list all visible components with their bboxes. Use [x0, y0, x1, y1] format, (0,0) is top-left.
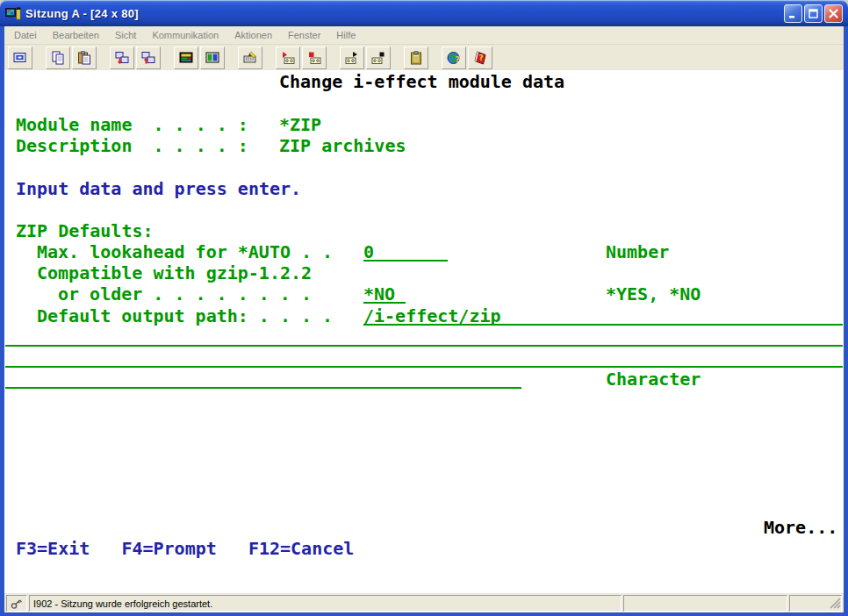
copy-button[interactable]: [46, 47, 70, 69]
paste-icon: [77, 51, 91, 65]
maximize-button[interactable]: [804, 4, 823, 23]
status-panel-corner: [789, 595, 842, 612]
input-field-output-path-cont-3[interactable]: [5, 369, 521, 389]
window-frame: Datei Bearbeiten Sicht Kommunikation Akt…: [0, 26, 848, 616]
status-message-panel: I902 - Sitzung wurde erfolgreich gestart…: [29, 595, 622, 612]
value-description: ZIP archives: [279, 135, 406, 156]
record-macro-button[interactable]: [276, 47, 300, 69]
input-field-or-older[interactable]: *NO: [363, 283, 406, 304]
screen-title: Change i-effect module data: [279, 71, 564, 92]
copy-icon: [51, 51, 65, 65]
hint-number: Number: [606, 241, 669, 262]
display-session-icon: [13, 51, 27, 65]
menu-hilfe[interactable]: Hilfe: [328, 27, 363, 43]
play-macro-button[interactable]: [340, 47, 364, 69]
title-bar: Sitzung A - [24 x 80]: [0, 0, 848, 26]
key-icon: [11, 598, 23, 610]
display-setup-button[interactable]: [200, 47, 225, 69]
label-description: Description . . . . :: [16, 135, 248, 156]
input-field-output-path-cont-2[interactable]: [5, 347, 843, 368]
minimize-icon: [788, 9, 798, 18]
connection-status-panel: [6, 595, 27, 612]
menu-kommunikation[interactable]: Kommunikation: [144, 27, 226, 43]
stop-record-button[interactable]: [302, 47, 327, 69]
hint-character: Character: [606, 369, 701, 390]
maximize-icon: [808, 9, 818, 18]
send-file-icon: [115, 51, 129, 65]
resize-grip[interactable]: [830, 598, 841, 609]
receive-file-button[interactable]: [136, 47, 161, 69]
help-icon: ?: [473, 51, 487, 65]
label-module-name: Module name . . . . :: [16, 114, 248, 135]
stop-macro-button[interactable]: [366, 47, 391, 69]
svg-text:?: ?: [456, 54, 460, 63]
label-max-lookahead: Max. lookahead for *AUTO . .: [37, 241, 333, 262]
session-window: Sitzung A - [24 x 80] Date: [0, 0, 848, 616]
status-message: I902 - Sitzung wurde erfolgreich gestart…: [33, 598, 212, 609]
stop-macro-icon: [371, 51, 385, 65]
menu-bearbeiten[interactable]: Bearbeiten: [45, 27, 107, 43]
window-title: Sitzung A - [24 x 80]: [25, 7, 139, 20]
toolbar: ? ?: [4, 45, 844, 70]
menu-bar: Datei Bearbeiten Sicht Kommunikation Akt…: [4, 26, 844, 45]
input-field-output-path-cont-1[interactable]: [5, 326, 843, 347]
help-button[interactable]: ?: [468, 47, 492, 69]
keyboard-setup-icon: [243, 51, 257, 65]
web-support-button[interactable]: ?: [442, 47, 466, 69]
label-zip-defaults: ZIP Defaults:: [16, 220, 154, 241]
minimize-button[interactable]: [784, 4, 802, 23]
more-indicator: More...: [764, 517, 837, 538]
label-or-older: or older . . . . . . . .: [58, 283, 312, 304]
play-macro-icon: [345, 51, 359, 65]
value-module-name: *ZIP: [279, 114, 321, 135]
menu-aktionen[interactable]: Aktionen: [226, 27, 280, 43]
session-app-icon: [5, 6, 21, 20]
svg-text:?: ?: [479, 54, 484, 62]
send-file-button[interactable]: [110, 47, 134, 69]
input-field-output-path[interactable]: /i-effect/zip: [363, 305, 843, 326]
keyboard-setup-button[interactable]: [238, 47, 262, 69]
color-mapping-icon: [179, 51, 193, 65]
close-icon: [829, 9, 838, 18]
record-macro-icon: [281, 51, 295, 65]
receive-file-icon: [141, 51, 155, 65]
color-mapping-button[interactable]: [174, 47, 198, 69]
display-session-button[interactable]: [8, 47, 32, 69]
menu-datei[interactable]: Datei: [6, 27, 45, 43]
prompt-instruction: Input data and press enter.: [16, 178, 301, 199]
close-button[interactable]: [824, 4, 843, 23]
web-support-icon: ?: [447, 51, 461, 65]
terminal-screen: Change i-effect module data Module name …: [4, 70, 844, 593]
menu-fenster[interactable]: Fenster: [280, 27, 328, 43]
input-field-max-lookahead[interactable]: 0: [363, 241, 448, 261]
paste-button[interactable]: [72, 47, 97, 69]
hint-yes-no: *YES, *NO: [606, 283, 701, 304]
status-panel-secondary: [623, 595, 787, 612]
status-bar: I902 - Sitzung wurde erfolgreich gestart…: [4, 593, 844, 612]
display-setup-icon: [205, 51, 219, 65]
menu-sicht[interactable]: Sicht: [107, 27, 144, 43]
stop-record-icon: [307, 51, 321, 65]
clipboard-button[interactable]: [404, 47, 428, 69]
clipboard-icon: [409, 51, 423, 65]
function-keys: F3=Exit F4=Prompt F12=Cancel: [16, 538, 354, 559]
label-default-output-path: Default output path: . . . .: [37, 305, 333, 326]
label-gzip-compatible: Compatible with gzip-1.2.2: [37, 262, 312, 283]
